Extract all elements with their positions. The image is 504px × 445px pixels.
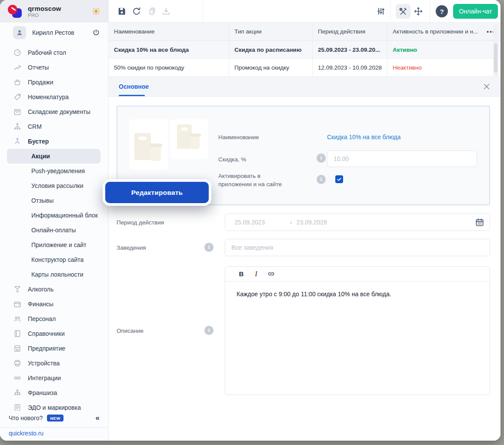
- table-row[interactable]: 50% скидки по промокодуПромокод на скидк…: [109, 59, 501, 77]
- tab-underline: [119, 95, 145, 96]
- calendar-icon[interactable]: [475, 217, 484, 227]
- sidebar-item-online-payments[interactable]: Онлайн-оплаты: [7, 223, 100, 238]
- bag-handle-shape: [181, 127, 188, 130]
- refresh-button[interactable]: [131, 6, 142, 17]
- description-text[interactable]: Каждое утро с 9:00 до 11:00 скидка 10% н…: [225, 281, 490, 308]
- discount-info-icon[interactable]: i: [317, 154, 326, 163]
- sidebar-item-finance[interactable]: Финансы: [7, 297, 100, 311]
- logout-power-icon[interactable]: [92, 28, 100, 37]
- sidebar-item-booster[interactable]: Бустер: [7, 134, 100, 149]
- sidebar-item-desktop[interactable]: Рабочий стол: [7, 45, 100, 60]
- sidebar-item-label: Отчеты: [28, 64, 49, 71]
- theme-sun-icon[interactable]: [92, 7, 100, 16]
- app-window: qrmoscow PRO Кирилл Рестов Рабочий столО…: [0, 0, 501, 441]
- promo-image[interactable]: [170, 119, 208, 159]
- activate-info-icon[interactable]: i: [317, 175, 326, 184]
- promo-type: Скидка по расписанию: [229, 41, 313, 58]
- sidebar-item-loyalty-cards[interactable]: Карты лояльности: [7, 267, 100, 282]
- sidebar-item-integrations[interactable]: Интеграции: [7, 371, 100, 385]
- sidebar-item-label: Франшиза: [28, 389, 57, 396]
- tools-icon[interactable]: [398, 6, 408, 17]
- sidebar-item-label: Бустер: [28, 138, 49, 145]
- name-label: Наименование: [218, 134, 259, 141]
- close-icon[interactable]: [482, 82, 491, 91]
- sidebar-item-crm[interactable]: CRM: [7, 119, 100, 134]
- discount-input[interactable]: [327, 151, 477, 167]
- period-label: Период действия: [117, 219, 164, 226]
- brand-plan: PRO: [28, 13, 92, 18]
- column-header[interactable]: Активность в приложении и н...•••: [387, 23, 501, 40]
- sidebar-item-reports[interactable]: Отчеты: [7, 60, 100, 75]
- toolbar: ? Онлайн-чат: [109, 0, 501, 23]
- brand-name: qrmoscow: [28, 5, 92, 12]
- promo-name-link[interactable]: Скидка 10% на все блюда: [327, 134, 401, 141]
- discount-label: Скидка, %: [218, 156, 246, 163]
- sidebar-item-mailing-terms[interactable]: Условия рассылки: [7, 178, 100, 193]
- user-row[interactable]: Кирилл Рестов: [0, 23, 108, 43]
- bag-handle-shape: [139, 137, 147, 140]
- sidebar-item-sales[interactable]: Продажи: [7, 75, 100, 90]
- panel-body: Наименование Скидка 10% на все блюда Ски…: [109, 97, 501, 441]
- bold-icon[interactable]: B: [236, 269, 247, 279]
- sidebar-item-enterprise[interactable]: Предприятие: [7, 341, 100, 356]
- column-header-label: Активность в приложении и н...: [393, 28, 478, 35]
- sidebar: qrmoscow PRO Кирилл Рестов Рабочий столО…: [0, 0, 109, 441]
- sidebar-item-app-site[interactable]: Приложение и сайт: [7, 238, 100, 252]
- activate-checkbox[interactable]: [335, 175, 343, 183]
- sidebar-item-warehouse[interactable]: Складские документы: [7, 104, 100, 119]
- column-header[interactable]: Период действия: [313, 23, 387, 40]
- sidebar-item-nomenclature[interactable]: Номенклатура: [7, 90, 100, 104]
- sidebar-item-franchise[interactable]: Франшиза: [7, 385, 100, 400]
- column-header[interactable]: Тип акции: [229, 23, 313, 40]
- sidebar-item-label: Карты лояльности: [31, 271, 83, 278]
- site-link-row: quickresto.ru: [0, 428, 108, 441]
- save-button[interactable]: [117, 6, 127, 17]
- edit-button[interactable]: Редактировать: [105, 182, 209, 203]
- sidebar-item-directories[interactable]: Справочники: [7, 326, 100, 341]
- book-icon: [13, 329, 22, 338]
- sidebar-item-label: Алкоголь: [28, 286, 53, 293]
- checkmark-icon: [336, 176, 342, 182]
- tab-main[interactable]: Основное: [119, 77, 149, 97]
- table-scrollbar-thumb[interactable]: [494, 43, 497, 73]
- sidebar-item-devices[interactable]: Устройства: [7, 356, 100, 371]
- italic-icon[interactable]: I: [250, 269, 262, 279]
- sidebar-item-alcohol[interactable]: Алкоголь: [7, 282, 100, 297]
- sidebar-item-reviews[interactable]: Отзывы: [7, 193, 100, 208]
- cup-shape: [150, 147, 161, 161]
- sidebar-item-label: Информационный блок: [31, 212, 98, 219]
- description-editor[interactable]: B I Каждое утро с 9:00 до 11:00 скидка 1…: [225, 266, 490, 395]
- copy-button[interactable]: [147, 6, 157, 17]
- sidebar-item-push[interactable]: Push-уведомления: [7, 164, 100, 178]
- venues-info-icon[interactable]: i: [204, 243, 214, 252]
- sidebar-item-info-block[interactable]: Информационный блок: [7, 208, 100, 223]
- columns-settings-icon[interactable]: [376, 6, 386, 17]
- sidebar-item-staff[interactable]: Персонал: [7, 311, 100, 326]
- promo-image[interactable]: [129, 119, 168, 170]
- brand-text: qrmoscow PRO: [28, 5, 92, 18]
- collapse-sidebar-icon[interactable]: «: [96, 414, 100, 422]
- download-button[interactable]: [161, 6, 171, 17]
- basket-icon: [13, 78, 22, 87]
- period-input[interactable]: 25.09.2023 › 23.09.2028: [225, 214, 490, 231]
- link-icon[interactable]: [265, 269, 277, 279]
- sidebar-item-site-builder[interactable]: Конструктор сайта: [7, 252, 100, 267]
- printer-icon: [13, 359, 22, 368]
- sidebar-item-label: Справочники: [28, 330, 65, 337]
- column-header[interactable]: Наименование: [109, 23, 229, 40]
- sidebar-item-label: Конструктор сайта: [31, 256, 83, 263]
- sidebar-item-promotions[interactable]: Акции: [7, 149, 100, 164]
- person-icon: [16, 29, 23, 37]
- promo-name: Скидка 10% на все блюда: [109, 41, 229, 58]
- chevron-right-icon: ›: [290, 219, 292, 226]
- whats-new-link[interactable]: Что нового?: [9, 415, 43, 422]
- booster-icon: [13, 137, 22, 146]
- help-button[interactable]: ?: [436, 5, 448, 17]
- table-row[interactable]: Скидка 10% на все блюдаСкидка по расписа…: [109, 41, 501, 59]
- quickresto-link[interactable]: quickresto.ru: [9, 430, 43, 437]
- venues-input[interactable]: [225, 239, 490, 256]
- cup-shape: [190, 137, 200, 149]
- online-chat-button[interactable]: Онлайн-чат: [453, 4, 498, 19]
- description-info-icon[interactable]: i: [204, 326, 214, 335]
- move-icon[interactable]: [413, 6, 424, 17]
